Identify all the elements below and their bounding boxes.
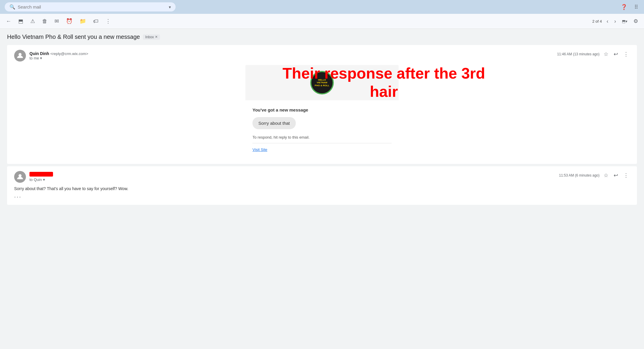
- avatar: [14, 50, 26, 62]
- email-logo-area: HELLO VIETNAM PHO & ROLL: [245, 65, 399, 100]
- top-bar: 🔍 ▾ ❓ ⠿: [0, 0, 644, 14]
- email2-more-button[interactable]: ⋮: [622, 171, 630, 180]
- inbox-badge-close[interactable]: ✕: [155, 35, 158, 39]
- email2-reply-button[interactable]: ↩: [612, 171, 619, 180]
- email-subject: Hello Vietnam Pho & Roll sent you a new …: [7, 34, 140, 40]
- top-bar-right: ❓ ⠿: [620, 3, 639, 11]
- restaurant-logo: HELLO VIETNAM PHO & ROLL: [310, 71, 334, 94]
- sender-info: Quin Dinh <reply@crm.wix.com> to me ▾: [29, 51, 88, 60]
- back-button[interactable]: ←: [5, 17, 12, 26]
- email2-avatar: [14, 171, 26, 183]
- spam-button[interactable]: ⚠: [29, 17, 36, 26]
- mark-unread-button[interactable]: ✉: [53, 17, 60, 26]
- reply-button[interactable]: ↩: [612, 50, 619, 59]
- email2-sender-row: to Quin ▾: [14, 171, 53, 183]
- redacted-sender-name: [29, 172, 53, 177]
- apps-icon[interactable]: ⠿: [633, 3, 639, 11]
- next-email-button[interactable]: ›: [613, 17, 617, 26]
- delete-button[interactable]: 🗑: [41, 17, 49, 26]
- label-button[interactable]: 🏷: [92, 17, 100, 26]
- inbox-label: Inbox: [145, 35, 154, 39]
- email2-star-button[interactable]: ☆: [602, 171, 610, 180]
- svg-point-0: [19, 53, 22, 56]
- reply-hint: To respond, hit reply to this email.: [252, 135, 392, 139]
- email-header: Quin Dinh <reply@crm.wix.com> to me ▾ 11…: [14, 50, 630, 62]
- email-body: HELLO VIETNAM PHO & ROLL You've got a ne…: [245, 65, 399, 159]
- email-card-2: to Quin ▾ 11:53 AM (6 minutes ago) ☆ ↩ ⋮…: [7, 166, 637, 205]
- pagination-label: 2 of 4: [592, 19, 602, 24]
- email2-time: 11:53 AM (6 minutes ago) ☆ ↩ ⋮: [559, 171, 630, 180]
- search-input[interactable]: [18, 4, 166, 9]
- search-container[interactable]: 🔍 ▾: [5, 2, 176, 11]
- help-icon[interactable]: ❓: [620, 3, 628, 11]
- star-button[interactable]: ☆: [602, 50, 610, 59]
- email2-sender-info: to Quin ▾: [29, 172, 53, 182]
- svg-point-1: [19, 174, 22, 177]
- inbox-badge: Inbox ✕: [143, 34, 160, 40]
- email-body-content: You've got a new message Sorry about tha…: [245, 100, 399, 159]
- email-area: Hello Vietnam Pho & Roll sent you a new …: [0, 29, 644, 210]
- search-dropdown-icon[interactable]: ▾: [169, 5, 171, 9]
- email2-header: to Quin ▾ 11:53 AM (6 minutes ago) ☆ ↩ ⋮: [14, 171, 630, 183]
- sender-email: <reply@crm.wix.com>: [50, 51, 88, 56]
- search-icon: 🔍: [9, 4, 15, 10]
- sender-row: Quin Dinh <reply@crm.wix.com> to me ▾: [14, 50, 88, 62]
- move-button[interactable]: 📁: [78, 17, 87, 26]
- divider: [252, 143, 392, 143]
- toolbar: ← ⬒ ⚠ 🗑 ✉ ⏰ 📁 🏷 ⋮ 2 of 4 ‹ › ⬒▾ ⚙: [0, 14, 644, 29]
- toolbar-right: 2 of 4 ‹ › ⬒▾ ⚙: [592, 17, 639, 26]
- toolbar-left: ← ⬒ ⚠ 🗑 ✉ ⏰ 📁 🏷 ⋮: [5, 17, 112, 26]
- email2-snippet: Sorry about that? That's all you have to…: [14, 186, 630, 191]
- more-options-button[interactable]: ⋮: [622, 50, 630, 59]
- email2-timestamp: 11:53 AM (6 minutes ago): [559, 173, 600, 177]
- settings-button[interactable]: ⚙: [632, 17, 639, 26]
- prev-email-button[interactable]: ‹: [605, 17, 610, 26]
- message-bubble: Sorry about that: [252, 117, 296, 129]
- sender-name: Quin Dinh: [29, 51, 49, 56]
- more-button[interactable]: ⋮: [104, 17, 112, 26]
- archive-button[interactable]: ⬒: [17, 17, 24, 26]
- timestamp: 11:46 AM (13 minutes ago): [557, 52, 600, 56]
- new-message-label: You've got a new message: [252, 107, 392, 112]
- visit-site-link[interactable]: Visit Site: [252, 147, 267, 152]
- email2-expand-dots[interactable]: ···: [14, 193, 22, 200]
- email-time: 11:46 AM (13 minutes ago) ☆ ↩ ⋮: [557, 50, 630, 59]
- snooze-button[interactable]: ⏰: [65, 17, 74, 26]
- email2-to-label[interactable]: to Quin ▾: [29, 177, 53, 182]
- inbox-back-button[interactable]: ⬒▾: [621, 18, 629, 25]
- to-me-label[interactable]: to me ▾: [29, 56, 88, 60]
- subject-row: Hello Vietnam Pho & Roll sent you a new …: [7, 34, 637, 40]
- email-card-1: Quin Dinh <reply@crm.wix.com> to me ▾ 11…: [7, 45, 637, 164]
